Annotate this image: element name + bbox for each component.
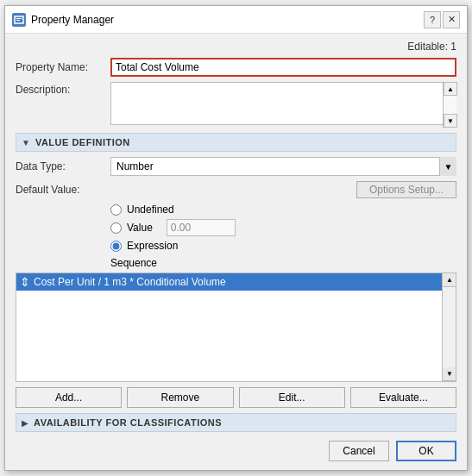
title-buttons: ? ✕: [424, 11, 460, 28]
dialog-icon: [12, 13, 26, 27]
undefined-radio[interactable]: [110, 204, 122, 216]
svg-rect-1: [16, 18, 22, 19]
scroll-up-btn[interactable]: ▲: [444, 82, 457, 96]
availability-collapse-icon: ▶: [22, 418, 28, 428]
expression-radio-label: Expression: [127, 240, 178, 252]
editable-label: Editable: 1: [407, 41, 456, 53]
description-label: Description:: [16, 82, 110, 96]
options-setup-button[interactable]: Options Setup...: [356, 181, 456, 198]
action-buttons-row: Add... Remove Edit... Evaluate...: [16, 387, 456, 408]
options-btn-wrap: Options Setup...: [110, 181, 456, 198]
undefined-radio-label: Undefined: [127, 204, 174, 216]
description-scrollbar: ▲ ▼: [443, 82, 456, 128]
property-name-row: Property Name:: [16, 58, 456, 77]
remove-button[interactable]: Remove: [127, 387, 233, 408]
availability-title: AVAILABILITY FOR CLASSIFICATIONS: [34, 417, 222, 428]
data-type-select[interactable]: Number: [110, 157, 456, 176]
dialog-content: Editable: 1 Property Name: Description: …: [5, 34, 467, 470]
description-input[interactable]: [110, 82, 456, 125]
value-radio-label: Value: [127, 222, 153, 234]
property-manager-dialog: Property Manager ? ✕ Editable: 1 Propert…: [4, 5, 468, 471]
title-bar: Property Manager ? ✕: [5, 6, 467, 34]
expression-list-area: ⇕ Cost Per Unit / 1 m3 * Conditional Vol…: [16, 272, 456, 382]
sequence-label-row: Sequence: [16, 257, 456, 269]
footer-buttons-row: Cancel OK: [16, 437, 456, 463]
list-scroll-up[interactable]: ▲: [443, 273, 456, 287]
list-item[interactable]: ⇕ Cost Per Unit / 1 m3 * Conditional Vol…: [16, 273, 456, 291]
expression-radio[interactable]: [110, 241, 122, 252]
add-button[interactable]: Add...: [16, 387, 122, 408]
list-scroll-down[interactable]: ▼: [443, 367, 456, 381]
help-button[interactable]: ?: [424, 11, 441, 28]
value-number-input[interactable]: [167, 219, 236, 236]
undefined-radio-row: Undefined: [110, 204, 456, 216]
sequence-label: Sequence: [110, 257, 157, 269]
cancel-button[interactable]: Cancel: [329, 441, 389, 461]
data-type-label: Data Type:: [16, 160, 110, 172]
expression-radio-row: Expression: [110, 240, 456, 252]
editable-row: Editable: 1: [16, 41, 456, 53]
data-type-select-wrap: Number ▼: [110, 157, 456, 176]
description-row: Description: ▲ ▼: [16, 82, 456, 128]
default-value-row: Default Value: Options Setup...: [16, 181, 456, 198]
list-item-sort-icon: ⇕: [20, 275, 30, 289]
list-item-text: Cost Per Unit / 1 m3 * Conditional Volum…: [34, 276, 226, 288]
edit-button[interactable]: Edit...: [239, 387, 345, 408]
svg-rect-2: [16, 20, 20, 21]
property-name-label: Property Name:: [16, 61, 110, 73]
description-wrap: ▲ ▼: [110, 82, 456, 128]
section-collapse-icon: ▼: [22, 138, 30, 147]
property-name-field-wrap: [110, 58, 456, 77]
default-value-label: Default Value:: [16, 184, 110, 196]
dialog-title: Property Manager: [31, 14, 424, 26]
list-scrollbar: ▲ ▼: [442, 273, 456, 381]
value-definition-title: VALUE DEFINITION: [35, 137, 130, 147]
value-radio-row: Value: [110, 219, 456, 236]
value-radio[interactable]: [110, 222, 122, 234]
ok-button[interactable]: OK: [396, 441, 456, 461]
availability-section-header[interactable]: ▶ AVAILABILITY FOR CLASSIFICATIONS: [16, 413, 456, 432]
evaluate-button[interactable]: Evaluate...: [350, 387, 456, 408]
scroll-down-btn[interactable]: ▼: [444, 114, 457, 128]
property-name-input[interactable]: [110, 58, 456, 77]
close-button[interactable]: ✕: [443, 11, 460, 28]
value-definition-section-header[interactable]: ▼ VALUE DEFINITION: [16, 133, 456, 152]
data-type-row: Data Type: Number ▼: [16, 157, 456, 176]
radio-group: Undefined Value Expression: [110, 204, 456, 252]
